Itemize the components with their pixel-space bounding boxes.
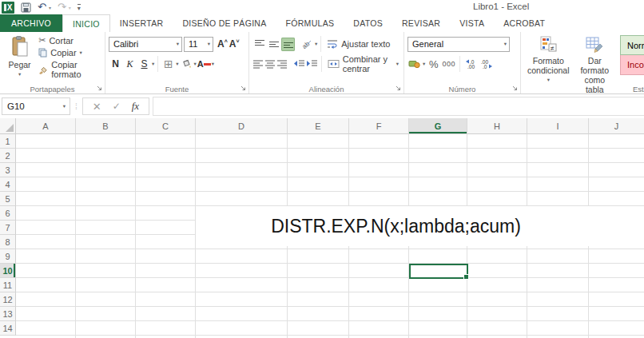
underline-dropdown-icon[interactable]: ▾	[152, 61, 154, 67]
fill-color-dropdown-icon[interactable]: ▾	[194, 61, 197, 67]
tab-revisar[interactable]: REVISAR	[392, 14, 450, 32]
row-header-1[interactable]: 1	[0, 134, 16, 149]
row-header-5[interactable]: 5	[0, 192, 16, 206]
accounting-format-icon[interactable]	[407, 58, 421, 71]
number-dialog-launcher-icon[interactable]	[511, 85, 519, 92]
tab-inicio[interactable]: INICIO	[62, 14, 110, 32]
fill-color-icon[interactable]	[180, 58, 193, 71]
select-all-corner[interactable]	[0, 118, 16, 134]
align-top-icon[interactable]	[252, 38, 266, 51]
decrease-font-size-button[interactable]: A˅	[229, 38, 240, 50]
font-color-dropdown-icon[interactable]: ▾	[212, 61, 214, 67]
percent-style-button[interactable]: %	[427, 58, 440, 71]
column-header-B[interactable]: B	[76, 118, 136, 134]
column-header-J[interactable]: J	[589, 118, 644, 134]
enter-icon[interactable]: ✓	[113, 101, 121, 112]
tab-archivo[interactable]: ARCHIVO	[0, 14, 62, 32]
underline-button[interactable]: S	[137, 58, 151, 71]
row-header-10[interactable]: 10	[0, 264, 16, 278]
column-header-D[interactable]: D	[196, 118, 288, 134]
tab-acrobat[interactable]: ACROBAT	[494, 14, 555, 32]
decrease-decimal-icon[interactable]: .00.0	[479, 58, 493, 71]
merge-center-button[interactable]: Combinar y centrar ▾	[325, 54, 401, 74]
increase-font-size-button[interactable]: A˄	[217, 38, 228, 50]
font-size-select[interactable]: 11▾	[184, 37, 213, 52]
align-left-icon[interactable]	[252, 58, 264, 71]
copy-dropdown-icon[interactable]: ▾	[80, 50, 82, 56]
row-header-13[interactable]: 13	[0, 307, 16, 321]
formula-input[interactable]	[153, 97, 644, 116]
tab-formulas[interactable]: FÓRMULAS	[276, 14, 344, 32]
font-color-button[interactable]: A	[197, 58, 211, 71]
tab-vista[interactable]: VISTA	[450, 14, 494, 32]
font-dialog-launcher-icon[interactable]	[240, 85, 247, 92]
paste-dropdown-icon[interactable]: ▾	[18, 70, 21, 79]
merge-center-dropdown-icon[interactable]: ▾	[396, 61, 399, 67]
cell-style-incorrecto[interactable]: Incorrecto	[620, 55, 644, 75]
row-header-7[interactable]: 7	[0, 221, 16, 235]
selected-cell-G10[interactable]	[409, 264, 468, 279]
column-header-G[interactable]: G	[409, 118, 467, 134]
row-header-8[interactable]: 8	[0, 235, 16, 249]
save-icon[interactable]	[21, 2, 31, 13]
number-format-select[interactable]: General▾	[407, 37, 510, 52]
increase-decimal-icon[interactable]: .0.00	[464, 58, 478, 71]
column-header-C[interactable]: C	[136, 118, 196, 134]
row-header-11[interactable]: 11	[0, 278, 16, 292]
gridline	[75, 134, 76, 338]
cell-style-normal[interactable]: Normal	[620, 35, 644, 55]
paste-button[interactable]: Pegar ▾	[3, 34, 36, 83]
align-center-icon[interactable]	[264, 58, 276, 71]
column-header-E[interactable]: E	[288, 118, 349, 134]
undo-dropdown-icon[interactable]: ▾	[49, 5, 51, 10]
redo-dropdown-icon: ▾	[69, 5, 71, 10]
column-header-H[interactable]: H	[467, 118, 527, 134]
name-box[interactable]: G10 ▾	[2, 97, 70, 115]
font-name-dropdown-icon: ▾	[177, 41, 179, 47]
row-header-9[interactable]: 9	[0, 249, 16, 264]
row-header-2[interactable]: 2	[0, 149, 16, 163]
undo-icon[interactable]: ↶	[38, 2, 46, 13]
clipboard-dialog-launcher-icon[interactable]	[96, 85, 103, 92]
row-header-6[interactable]: 6	[0, 206, 16, 221]
alignment-dialog-launcher-icon[interactable]	[395, 85, 402, 92]
italic-button[interactable]: K	[123, 58, 137, 71]
row-header-4[interactable]: 4	[0, 177, 16, 192]
align-bottom-icon[interactable]	[281, 38, 295, 51]
align-middle-icon[interactable]	[267, 38, 280, 51]
increase-indent-icon[interactable]	[306, 58, 318, 71]
column-header-A[interactable]: A	[16, 118, 76, 134]
tab-datos[interactable]: DATOS	[344, 14, 392, 32]
borders-dropdown-icon[interactable]: ▾	[176, 61, 178, 67]
gridline	[16, 249, 644, 249]
row-header-3[interactable]: 3	[0, 163, 16, 177]
row-header-12[interactable]: 12	[0, 292, 16, 307]
orientation-dropdown-icon[interactable]: ▾	[315, 41, 317, 47]
wrap-text-button[interactable]: Ajustar texto	[324, 38, 392, 50]
tab-diseno-de-pagina[interactable]: DISEÑO DE PÁGINA	[173, 14, 276, 32]
group-alignment: ab ▾ Ajustar texto	[249, 32, 404, 93]
copy-button[interactable]: Copiar ▾	[36, 47, 102, 58]
font-name-select[interactable]: Calibri▾	[109, 37, 182, 52]
conditional-formatting-button[interactable]: ≠ Formato condicional ▾	[524, 34, 573, 83]
align-right-icon[interactable]	[276, 58, 288, 71]
comma-style-button[interactable]: 000	[442, 58, 455, 71]
row-header-14[interactable]: 14	[0, 321, 16, 336]
borders-icon[interactable]: ⊞	[161, 58, 175, 71]
bold-button[interactable]: N	[109, 58, 122, 71]
column-header-I[interactable]: I	[527, 118, 589, 134]
excel-app-icon[interactable]: X	[2, 2, 14, 14]
conditional-formatting-dropdown-icon[interactable]: ▾	[547, 75, 550, 85]
format-painter-button[interactable]: Copiar formato	[36, 59, 102, 80]
insert-function-button[interactable]: fx	[132, 100, 139, 113]
accounting-dropdown-icon[interactable]: ▾	[423, 61, 425, 67]
customize-qat-icon[interactable]: ▾	[78, 4, 81, 11]
format-as-table-button[interactable]: Dar formato como tabla ▾	[573, 34, 617, 83]
column-header-F[interactable]: F	[349, 118, 409, 134]
cut-button[interactable]: ✂ Cortar	[36, 34, 102, 46]
decrease-indent-icon[interactable]	[293, 58, 305, 71]
orientation-icon[interactable]: ab	[300, 38, 314, 51]
cancel-icon[interactable]: ✕	[93, 101, 101, 113]
tab-insertar[interactable]: INSERTAR	[110, 14, 173, 32]
name-box-dropdown-icon[interactable]: ▾	[63, 103, 66, 109]
